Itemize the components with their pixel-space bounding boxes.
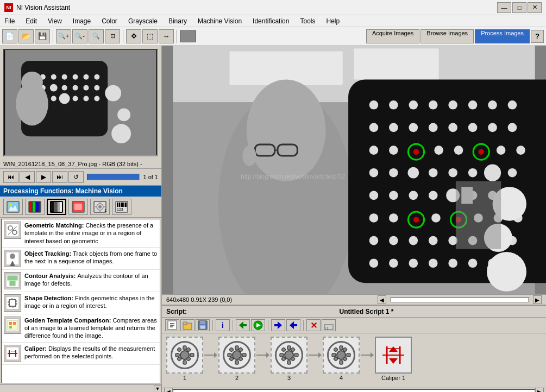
maximize-button[interactable]: □ — [512, 2, 526, 13]
func-caliper-text: Caliper: Displays the results of the mea… — [24, 345, 158, 361]
menu-item-view[interactable]: View — [46, 16, 64, 26]
new-button[interactable]: 📄 — [2, 29, 17, 43]
script-new-btn[interactable] — [165, 319, 179, 331]
menu-item-image[interactable]: Image — [71, 16, 93, 26]
script-step-1[interactable]: 1 — [166, 337, 203, 381]
svg-point-24 — [111, 124, 131, 143]
nav-last-button[interactable]: ⏭ — [52, 171, 67, 183]
zoom-fit-button[interactable]: 🔍 — [89, 29, 104, 43]
svg-rect-66 — [10, 281, 15, 286]
script-forward-btn[interactable] — [286, 319, 300, 331]
scroll-left-arrow[interactable]: ◀ — [378, 295, 386, 304]
func-shape-detection[interactable]: Shape Detection: Finds geometric shapes … — [2, 292, 160, 314]
svg-point-139 — [413, 217, 419, 222]
select-button[interactable]: ⬚ — [142, 29, 158, 43]
close-button[interactable]: ✕ — [528, 2, 542, 13]
menu-item-binary[interactable]: Binary — [166, 16, 189, 26]
zoom-out-button[interactable]: 🔍- — [72, 29, 87, 43]
svg-point-94 — [369, 100, 379, 110]
image-view[interactable]: http://blog.csdn.net/voshin/article/p/32 — [162, 46, 546, 294]
script-run-btn[interactable] — [251, 319, 265, 331]
script-delete-btn[interactable]: ✕ — [306, 319, 321, 331]
func-icon-machine-vision[interactable]: 123 — [90, 199, 110, 215]
scroll-down-arrow[interactable]: ▼ — [154, 385, 161, 392]
func-icon-image[interactable] — [3, 199, 23, 215]
nav-next-button[interactable]: ▶ — [36, 171, 51, 183]
func-object-tracking[interactable]: Object Tracking: Track objects from one … — [2, 248, 160, 270]
svg-point-27 — [9, 204, 12, 206]
script-scrollbar[interactable]: ◀ ▶ — [162, 388, 546, 392]
menu-item-identification[interactable]: Identification — [250, 16, 291, 26]
process-images-button[interactable]: Process Images — [475, 29, 530, 43]
flip-button[interactable]: ↔ — [159, 29, 174, 43]
nav-progress[interactable] — [87, 174, 140, 180]
script-scroll-right[interactable]: ▶ — [535, 388, 544, 393]
svg-point-159 — [468, 258, 478, 268]
script-info-btn[interactable]: i — [216, 319, 230, 331]
main-area: WIN_20161218_15_08_37_Pro.jpg - RGB (32 … — [0, 46, 546, 392]
script-step-3[interactable]: 3 — [271, 337, 307, 381]
menu-item-color[interactable]: Color — [99, 16, 120, 26]
pan-button[interactable]: ✥ — [126, 29, 141, 43]
help-button[interactable]: ? — [531, 30, 544, 43]
script-open-btn[interactable] — [180, 319, 194, 331]
func-caliper[interactable]: Caliper: Displays the results of the mea… — [2, 343, 160, 365]
svg-rect-198 — [229, 347, 234, 352]
script-step-2-box[interactable] — [218, 337, 255, 374]
func-icon-grayscale[interactable] — [47, 199, 66, 215]
script-sep-1 — [212, 320, 213, 331]
func-list-scrollbar[interactable]: ▼ — [0, 384, 161, 392]
menu-item-grayscale[interactable]: Grayscale — [126, 16, 160, 26]
script-save-btn[interactable] — [196, 319, 210, 331]
func-golden-icon — [4, 317, 21, 334]
color-box[interactable] — [180, 30, 196, 42]
script-export-btn[interactable]: { } — [322, 319, 336, 331]
open-button[interactable]: 📂 — [18, 29, 34, 43]
func-contour-analysis[interactable]: Contour Analysis: Analyzes the contour o… — [2, 270, 160, 292]
svg-point-103 — [389, 123, 398, 132]
script-step-3-box[interactable] — [271, 337, 307, 374]
menu-item-file[interactable]: File — [2, 16, 17, 26]
svg-rect-31 — [36, 202, 39, 212]
script-step-4[interactable]: 4 — [323, 337, 360, 381]
script-scroll-left[interactable]: ◀ — [164, 388, 173, 393]
acquire-images-button[interactable]: Acquire Images — [366, 29, 419, 43]
script-step-caliper-box[interactable] — [375, 337, 412, 374]
svg-point-121 — [389, 168, 398, 178]
script-step-1-box[interactable] — [166, 337, 203, 374]
nav-prev-button[interactable]: ◀ — [20, 171, 35, 183]
script-step-4-box[interactable] — [323, 337, 360, 374]
menu-item-machine vision[interactable]: Machine Vision — [196, 16, 244, 26]
nav-first-button[interactable]: ⏮ — [3, 171, 18, 183]
script-h-scrollbar[interactable] — [173, 389, 535, 393]
menubar: FileEditViewImageColorGrayscaleBinaryMac… — [0, 15, 546, 27]
zoom-reset-button[interactable]: ⊡ — [105, 29, 120, 43]
script-step-2[interactable]: 2 — [218, 337, 255, 381]
menu-item-tools[interactable]: Tools — [298, 16, 317, 26]
zoom-in-button[interactable]: 🔍+ — [56, 29, 71, 43]
script-back-btn[interactable] — [271, 319, 285, 331]
menu-item-help[interactable]: Help — [324, 16, 342, 26]
func-golden-template[interactable]: Golden Template Comparison: Compares are… — [2, 314, 160, 343]
nav-loop-button[interactable]: ↺ — [68, 171, 84, 183]
menu-item-edit[interactable]: Edit — [23, 16, 39, 26]
minimize-button[interactable]: — — [497, 2, 511, 13]
func-geometric-matching[interactable]: Geometric Matching: Checks the presence … — [2, 219, 160, 248]
func-icon-color[interactable] — [25, 199, 45, 215]
horizontal-scrollbar[interactable] — [391, 297, 529, 302]
arrow-line-2 — [256, 355, 266, 356]
svg-point-136 — [369, 213, 379, 223]
browse-images-button[interactable]: Browse Images — [421, 29, 474, 43]
step-1-gear — [171, 341, 199, 369]
save-button[interactable]: 💾 — [35, 29, 50, 43]
script-step-btn[interactable] — [236, 319, 250, 331]
svg-point-19 — [94, 96, 99, 102]
script-step-caliper[interactable]: Caliper 1 — [375, 337, 412, 381]
svg-point-148 — [409, 236, 418, 245]
func-icon-binary[interactable] — [68, 199, 88, 215]
svg-point-61 — [10, 254, 15, 259]
svg-rect-195 — [235, 361, 239, 364]
svg-rect-33 — [51, 202, 54, 212]
scroll-right-arrow[interactable]: ▶ — [533, 295, 542, 304]
func-icon-identification[interactable]: 123 — [112, 199, 131, 215]
